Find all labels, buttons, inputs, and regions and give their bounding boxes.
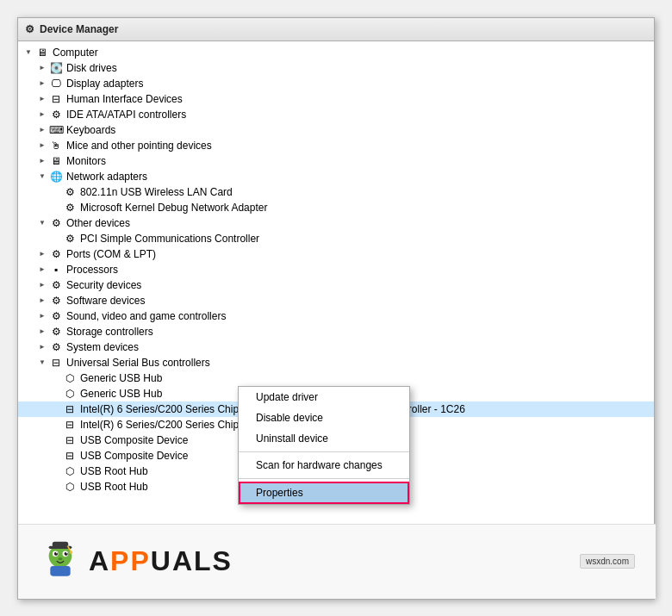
tree-item-ms-kernel[interactable]: ⚙Microsoft Kernel Debug Network Adapter bbox=[18, 200, 654, 215]
svg-rect-9 bbox=[53, 541, 68, 547]
network-adapters-icon: 🌐 bbox=[49, 170, 63, 184]
window-title: Device Manager bbox=[40, 23, 118, 35]
logo-mascot bbox=[39, 540, 82, 583]
tree-item-mice[interactable]: ►🖱Mice and other pointing devices bbox=[18, 138, 654, 153]
tree-item-802-11n[interactable]: ⚙802.11n USB Wireless LAN Card bbox=[18, 184, 654, 200]
storage-controllers-expander[interactable]: ► bbox=[35, 325, 49, 339]
watermark: wsxdn.com bbox=[580, 554, 635, 569]
system-devices-expander[interactable]: ► bbox=[35, 340, 49, 354]
ide-label: IDE ATA/ATAPI controllers bbox=[65, 109, 186, 121]
sound-video-icon: ⚙ bbox=[49, 309, 63, 323]
tree-item-generic-hub-1[interactable]: ⬡Generic USB Hub bbox=[18, 370, 654, 386]
usb-controllers-icon: ⊟ bbox=[49, 356, 63, 370]
mice-expander[interactable]: ► bbox=[35, 139, 49, 152]
svg-point-5 bbox=[56, 551, 58, 553]
other-devices-expander[interactable]: ▼ bbox=[35, 216, 49, 230]
generic-hub-1-label: Generic USB Hub bbox=[78, 372, 162, 384]
generic-hub-2-expander bbox=[49, 387, 63, 401]
display-adapters-expander[interactable]: ► bbox=[35, 77, 49, 90]
tree-item-hid[interactable]: ►⊟Human Interface Devices bbox=[18, 91, 654, 107]
context-menu-update-driver[interactable]: Update driver bbox=[239, 387, 409, 408]
processors-expander[interactable]: ► bbox=[35, 263, 49, 277]
802-11n-expander bbox=[49, 185, 63, 199]
context-menu-disable-device[interactable]: Disable device bbox=[239, 408, 409, 428]
tree-item-ide[interactable]: ►⚙IDE ATA/ATAPI controllers bbox=[18, 107, 654, 122]
processors-label: Processors bbox=[65, 264, 118, 276]
usb-root-hub-1-label: USB Root Hub bbox=[78, 465, 148, 477]
ms-kernel-label: Microsoft Kernel Debug Network Adapter bbox=[78, 202, 267, 214]
sound-video-expander[interactable]: ► bbox=[35, 309, 49, 323]
usb-composite-1-expander bbox=[49, 433, 63, 447]
pci-simple-icon: ⚙ bbox=[63, 232, 77, 246]
disk-drives-expander[interactable]: ► bbox=[35, 61, 49, 75]
keyboards-expander[interactable]: ► bbox=[35, 123, 49, 137]
computer-expander[interactable]: ▼ bbox=[22, 46, 35, 59]
context-menu-separator-2 bbox=[239, 478, 409, 479]
network-adapters-expander[interactable]: ▼ bbox=[35, 170, 49, 184]
tree-item-disk-drives[interactable]: ►💽Disk drives bbox=[18, 60, 654, 76]
usb-root-hub-2-icon: ⬡ bbox=[63, 480, 77, 494]
context-menu-scan-hardware[interactable]: Scan for hardware changes bbox=[239, 455, 409, 476]
ide-icon: ⚙ bbox=[49, 108, 63, 121]
pci-simple-label: PCI Simple Communications Controller bbox=[78, 233, 259, 245]
monitors-expander[interactable]: ► bbox=[35, 154, 49, 168]
disk-drives-icon: 💽 bbox=[49, 61, 63, 75]
802-11n-label: 802.11n USB Wireless LAN Card bbox=[78, 186, 233, 198]
generic-hub-1-icon: ⬡ bbox=[63, 371, 77, 385]
tree-item-system-devices[interactable]: ►⚙System devices bbox=[18, 339, 654, 355]
usb-root-hub-1-icon: ⬡ bbox=[63, 464, 77, 478]
ide-expander[interactable]: ► bbox=[35, 108, 49, 121]
usb-composite-2-label: USB Composite Device bbox=[78, 450, 188, 462]
disk-drives-label: Disk drives bbox=[65, 62, 117, 74]
intel-usb-enhanced-icon: ⊟ bbox=[63, 402, 77, 416]
tree-item-processors[interactable]: ►▪Processors bbox=[18, 262, 654, 277]
tree-item-ports[interactable]: ►⚙Ports (COM & LPT) bbox=[18, 246, 654, 262]
device-tree: ▼🖥Computer►💽Disk drives►🖵Display adapter… bbox=[18, 41, 654, 524]
system-devices-icon: ⚙ bbox=[49, 340, 63, 354]
display-adapters-icon: 🖵 bbox=[49, 77, 63, 90]
tree-item-keyboards[interactable]: ►⌨Keyboards bbox=[18, 122, 654, 138]
computer-icon: 🖥 bbox=[35, 46, 49, 59]
tree-item-storage-controllers[interactable]: ►⚙Storage controllers bbox=[18, 324, 654, 339]
tree-item-usb-controllers[interactable]: ▼⊟Universal Serial Bus controllers bbox=[18, 355, 654, 370]
tree-item-sound-video[interactable]: ►⚙Sound, video and game controllers bbox=[18, 308, 654, 324]
usb-controllers-expander[interactable]: ▼ bbox=[35, 356, 49, 370]
hid-expander[interactable]: ► bbox=[35, 92, 49, 106]
logo-area: APPUALS wsxdn.com bbox=[18, 524, 656, 599]
ports-expander[interactable]: ► bbox=[35, 247, 49, 261]
display-adapters-label: Display adapters bbox=[65, 78, 143, 90]
tree-item-computer[interactable]: ▼🖥Computer bbox=[18, 45, 654, 60]
tree-item-security-devices[interactable]: ►⚙Security devices bbox=[18, 277, 654, 293]
tree-item-pci-simple[interactable]: ⚙PCI Simple Communications Controller bbox=[18, 231, 654, 246]
computer-label: Computer bbox=[51, 47, 98, 59]
security-devices-expander[interactable]: ► bbox=[35, 278, 49, 292]
ms-kernel-icon: ⚙ bbox=[63, 201, 77, 215]
tree-item-display-adapters[interactable]: ►🖵Display adapters bbox=[18, 76, 654, 91]
svg-rect-10 bbox=[50, 566, 70, 576]
software-devices-label: Software devices bbox=[65, 295, 145, 307]
usb-root-hub-2-label: USB Root Hub bbox=[78, 481, 148, 493]
svg-point-12 bbox=[70, 551, 72, 553]
tree-item-software-devices[interactable]: ►⚙Software devices bbox=[18, 293, 654, 308]
intel-usb-c2d-expander bbox=[49, 418, 63, 432]
tree-item-network-adapters[interactable]: ▼🌐Network adapters bbox=[18, 169, 654, 184]
monitors-label: Monitors bbox=[65, 155, 106, 167]
context-menu-uninstall-device[interactable]: Uninstall device bbox=[239, 428, 409, 449]
usb-composite-2-icon: ⊟ bbox=[63, 449, 77, 463]
monitors-icon: 🖥 bbox=[49, 154, 63, 168]
software-devices-expander[interactable]: ► bbox=[35, 294, 49, 308]
storage-controllers-icon: ⚙ bbox=[49, 325, 63, 339]
tree-item-monitors[interactable]: ►🖥Monitors bbox=[18, 153, 654, 169]
system-devices-label: System devices bbox=[65, 341, 139, 353]
generic-hub-1-expander bbox=[49, 371, 63, 385]
ports-label: Ports (COM & LPT) bbox=[65, 248, 156, 260]
hid-icon: ⊟ bbox=[49, 92, 63, 106]
title-bar: ⚙ Device Manager bbox=[18, 18, 654, 41]
intel-usb-enhanced-expander bbox=[49, 402, 63, 416]
context-menu: Update driver Disable device Uninstall d… bbox=[238, 386, 410, 505]
generic-hub-2-icon: ⬡ bbox=[63, 387, 77, 401]
tree-item-other-devices[interactable]: ▼⚙Other devices bbox=[18, 215, 654, 231]
usb-controllers-label: Universal Serial Bus controllers bbox=[65, 357, 210, 369]
keyboards-label: Keyboards bbox=[65, 124, 115, 136]
context-menu-properties[interactable]: Properties bbox=[239, 482, 409, 504]
